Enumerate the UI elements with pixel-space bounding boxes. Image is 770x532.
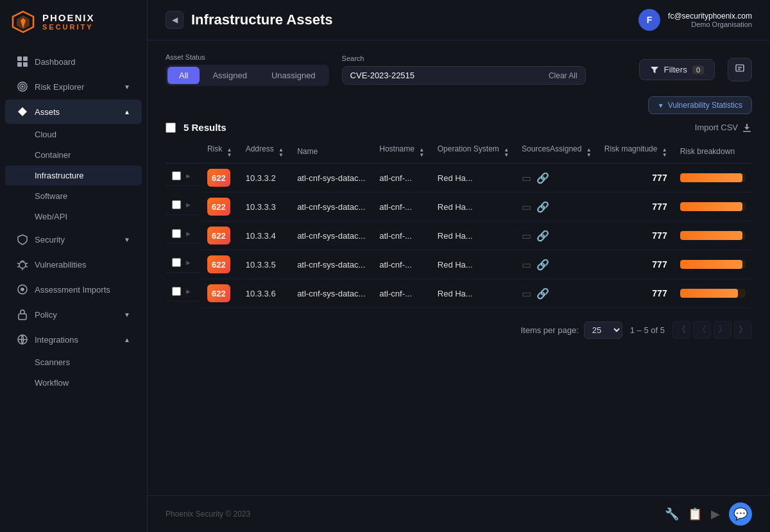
tab-assigned[interactable]: Assigned [201,67,258,84]
th-checkbox [166,139,201,164]
sidebar-item-cloud[interactable]: Cloud [5,124,142,144]
row-hostname: atl-cnf-... [373,193,431,221]
row-name: atl-cnf-sys-datac... [291,279,373,308]
copy-icon[interactable]: ▭ [522,287,531,300]
row-os: Red Ha... [431,164,515,193]
link-icon[interactable]: 🔗 [536,230,549,242]
row-checkbox[interactable] [172,200,181,209]
next-page-button[interactable]: 〉 [714,321,732,339]
row-risk-magnitude: 777 [598,279,674,308]
user-info: fc@securityphoenix.com Demo Organisation [668,12,752,28]
row-checkbox-cell: ► [166,221,201,244]
row-name: atl-cnf-sys-datac... [291,193,373,221]
th-risk-magnitude[interactable]: Risk magnitude ▲▼ [598,139,674,164]
svg-rect-3 [23,56,28,61]
vuln-stats-pill[interactable]: ▼ Vulnerability Statistics [648,96,752,114]
sidebar-item-assessment-imports[interactable]: Assessment Imports [5,277,142,302]
last-page-button[interactable]: 》 [734,321,752,339]
tab-unassigned[interactable]: Unassigned [260,67,327,84]
link-icon[interactable]: 🔗 [536,172,549,184]
sidebar-item-integrations[interactable]: Integrations ▲ [5,327,142,352]
copy-icon[interactable]: ▭ [522,172,531,184]
sidebar-item-workflow[interactable]: Workflow [5,373,142,393]
youtube-icon[interactable]: ▶ [711,507,720,521]
wrench-icon[interactable]: 🔧 [665,507,679,521]
sidebar-item-policy[interactable]: Policy ▼ [5,302,142,327]
link-icon[interactable]: 🔗 [536,259,549,271]
tab-all[interactable]: All [167,67,200,84]
chevron-down-icon: ▼ [124,236,130,243]
th-sources[interactable]: SourcesAssigned ▲▼ [515,139,598,164]
search-label: Search [342,55,586,62]
svg-line-14 [26,266,28,267]
sidebar-item-webapi[interactable]: Web/API [5,207,142,227]
sort-arrows-hostname: ▲▼ [419,148,424,158]
download-icon [742,123,752,133]
sidebar-item-dashboard[interactable]: Dashboard [5,49,142,74]
sidebar-item-software[interactable]: Software [5,186,142,206]
th-os[interactable]: Operation System ▲▼ [431,139,515,164]
sidebar-item-infrastructure[interactable]: Infrastructure [5,166,142,185]
row-checkbox[interactable] [172,258,181,267]
sidebar-collapse-button[interactable]: ◀ [166,11,184,29]
copy-icon[interactable]: ▭ [522,259,531,271]
row-checkbox[interactable] [172,171,181,180]
sidebar-item-scanners[interactable]: Scanners [5,352,142,372]
th-name: Name [291,139,373,164]
risk-bar-outer [680,260,746,269]
sidebar-item-container[interactable]: Container [5,145,142,165]
th-hostname[interactable]: Hostname ▲▼ [373,139,431,164]
sidebar-item-vulnerabilities[interactable]: Vulnerabilities [5,252,142,277]
sort-arrows-riskm: ▲▼ [662,148,667,158]
link-icon[interactable]: 🔗 [536,287,549,300]
export-icon [735,64,745,74]
row-risk: 622 [201,279,239,308]
pagination-bar: Items per page: 25 50 100 1 – 5 of 5 《 〈… [166,321,752,339]
copy-icon[interactable]: ▭ [522,201,531,213]
select-all-checkbox[interactable] [166,123,176,133]
th-risk[interactable]: Risk ▲▼ [201,139,239,164]
asset-status-tabs: All Assigned Unassigned [166,65,329,86]
sidebar-item-security[interactable]: Security ▼ [5,227,142,252]
per-page-select[interactable]: 25 50 100 [584,322,622,339]
row-expand[interactable]: ► [185,259,192,266]
svg-point-10 [19,262,26,268]
book-icon[interactable]: 📋 [688,507,702,521]
row-expand[interactable]: ► [185,230,192,237]
th-address[interactable]: Address ▲▼ [239,139,291,164]
filters-button[interactable]: Filters 0 [639,59,715,80]
row-checkbox[interactable] [172,229,181,238]
row-os: Red Ha... [431,221,515,250]
sidebar-item-label: Assets [35,107,60,117]
th-risk-breakdown: Risk breakdown [674,139,752,164]
search-input[interactable] [350,71,543,80]
sidebar-item-risk-explorer[interactable]: Risk Explorer ▼ [5,74,142,99]
row-address: 10.3.3.3 [239,193,291,221]
row-hostname: atl-cnf-... [373,250,431,279]
first-page-button[interactable]: 《 [672,321,690,339]
prev-page-button[interactable]: 〈 [693,321,711,339]
copy-icon[interactable]: ▭ [522,230,531,242]
row-expand[interactable]: ► [185,287,192,295]
row-checkbox[interactable] [172,287,181,296]
chat-bubble-button[interactable]: 💬 [729,502,752,526]
clear-all-button[interactable]: Clear All [549,71,578,80]
results-count: 5 Results [184,122,227,133]
sidebar-item-label: Workflow [35,378,69,388]
export-button[interactable] [728,58,752,82]
row-expand[interactable]: ► [185,201,192,209]
page-navigation: 《 〈 〉 》 [672,321,752,339]
page-title: Infrastructure Assets [191,12,332,28]
filter-icon [650,65,659,74]
sidebar-item-assets[interactable]: Assets ▲ [5,99,142,124]
import-csv-button[interactable]: Import CSV [695,123,752,133]
user-area: F fc@securityphoenix.com Demo Organisati… [638,9,752,31]
link-icon[interactable]: 🔗 [536,201,549,213]
sidebar-item-label: Dashboard [35,57,76,67]
sidebar-item-label: Integrations [35,335,78,345]
table-header-bar: 5 Results Import CSV [166,122,752,133]
table-body: ► 622 10.3.3.2 atl-cnf-sys-datac... atl-… [166,164,752,308]
table-row: ► 622 10.3.3.6 atl-cnf-sys-datac... atl-… [166,279,752,308]
row-expand[interactable]: ► [185,172,192,180]
risk-badge: 622 [207,255,230,273]
